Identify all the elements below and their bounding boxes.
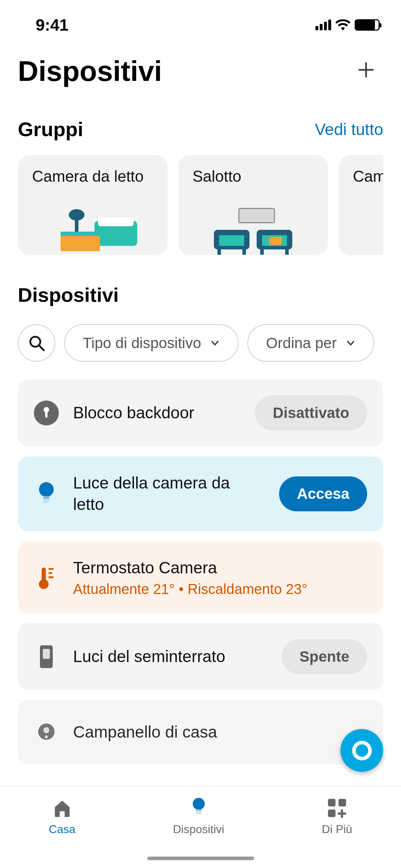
svg-line-17: [39, 345, 44, 350]
tab-label: Casa: [49, 823, 76, 836]
switch-icon: [34, 644, 59, 669]
svg-rect-3: [61, 232, 100, 236]
device-row-doorbell[interactable]: Campanello di casa: [18, 700, 383, 764]
device-label: Luci del seminterrato: [73, 646, 267, 667]
lock-icon: [34, 401, 59, 425]
svg-point-32: [45, 735, 48, 738]
svg-rect-24: [41, 568, 46, 583]
svg-rect-21: [43, 496, 49, 499]
svg-rect-35: [196, 812, 201, 814]
filter-label: Ordina per: [266, 335, 336, 352]
devices-section: Dispositivi Tipo di dispositivo Ordina p…: [0, 262, 401, 781]
svg-rect-13: [242, 249, 246, 255]
svg-rect-15: [285, 249, 289, 255]
device-type-filter[interactable]: Tipo di dispositivo: [64, 324, 238, 362]
device-sublabel: Attualmente 21° • Riscaldamento 23°: [73, 581, 367, 597]
tab-more[interactable]: Di Più: [322, 797, 352, 836]
device-row-bedroom-light[interactable]: Luce della camera da letto Accesa: [18, 456, 383, 531]
group-card-camera[interactable]: Camera: [339, 155, 383, 255]
tab-label: Dispositivi: [173, 823, 224, 836]
chevron-down-icon: [346, 338, 356, 348]
device-row-basement-lights[interactable]: Luci del seminterrato Spente: [18, 623, 383, 690]
svg-rect-36: [328, 799, 335, 806]
svg-rect-22: [43, 500, 49, 502]
groups-title: Gruppi: [18, 118, 83, 141]
wifi-icon: [335, 19, 350, 31]
device-label: Blocco backdoor: [73, 402, 241, 424]
groups-section: Gruppi Vedi tutto Camera da letto Salott…: [0, 103, 401, 262]
device-label: Luce della camera da letto: [73, 472, 265, 515]
home-indicator[interactable]: [147, 857, 254, 860]
svg-rect-37: [339, 799, 346, 806]
group-card-label: Camera da letto: [32, 167, 153, 185]
svg-rect-29: [43, 649, 50, 659]
device-row-thermostat[interactable]: Termostato Camera Attualmente 21° • Risc…: [18, 541, 383, 614]
tab-devices[interactable]: Dispositivi: [173, 797, 224, 836]
svg-rect-34: [196, 809, 201, 811]
bedroom-illustration-icon: [18, 201, 168, 255]
groups-see-all-link[interactable]: Vedi tutto: [315, 120, 383, 139]
bottom-tab-bar: Casa Dispositivi Di Più: [0, 786, 401, 868]
sort-by-filter[interactable]: Ordina per: [247, 324, 374, 362]
search-button[interactable]: [18, 324, 55, 362]
svg-point-5: [69, 209, 84, 221]
svg-rect-6: [239, 208, 274, 223]
tab-label: Di Più: [322, 823, 352, 836]
group-card-label: Salotto: [192, 167, 314, 185]
bulb-icon: [34, 481, 59, 506]
bulb-icon: [188, 797, 209, 818]
status-icons: [315, 19, 380, 31]
device-status-toggle[interactable]: Disattivato: [255, 396, 367, 430]
svg-rect-2: [61, 235, 100, 251]
doorbell-icon: [34, 720, 59, 745]
grid-plus-icon: [326, 797, 348, 818]
cellular-icon: [315, 20, 331, 30]
svg-rect-19: [45, 412, 48, 418]
device-status-toggle[interactable]: Accesa: [279, 476, 367, 511]
search-icon: [28, 335, 45, 352]
plus-icon: [356, 60, 376, 80]
filter-label: Tipo di dispositivo: [83, 335, 201, 352]
svg-rect-1: [98, 217, 134, 226]
svg-rect-12: [217, 249, 221, 255]
groups-row[interactable]: Camera da letto Salotto: [18, 155, 383, 255]
page-title: Dispositivi: [18, 55, 162, 88]
devices-title: Dispositivi: [18, 283, 383, 306]
page-header: Dispositivi: [0, 43, 401, 103]
device-label: Termostato Camera: [73, 557, 367, 579]
device-status-toggle[interactable]: Spente: [282, 639, 367, 674]
svg-rect-38: [328, 809, 335, 817]
filter-row: Tipo di dispositivo Ordina per: [18, 324, 383, 362]
svg-point-20: [39, 482, 53, 497]
group-card-living-room[interactable]: Salotto: [178, 155, 328, 255]
alexa-icon: [352, 741, 372, 760]
home-icon: [51, 797, 73, 818]
svg-rect-11: [269, 237, 282, 245]
device-label: Campanello di casa: [73, 722, 367, 743]
svg-point-33: [192, 798, 205, 810]
group-card-label: Camera: [353, 167, 383, 185]
status-bar: 9:41: [0, 0, 401, 43]
thermostat-icon: [34, 565, 59, 590]
status-time: 9:41: [36, 15, 68, 35]
device-row-lock[interactable]: Blocco backdoor Disattivato: [18, 379, 383, 446]
add-button[interactable]: [349, 53, 383, 89]
alexa-fab-button[interactable]: [340, 729, 383, 772]
tab-home[interactable]: Casa: [49, 797, 76, 836]
svg-rect-14: [260, 249, 264, 255]
svg-rect-8: [219, 235, 244, 246]
battery-icon: [355, 19, 380, 31]
chevron-down-icon: [210, 338, 220, 348]
svg-point-31: [43, 727, 50, 733]
living-room-illustration-icon: [178, 201, 328, 255]
group-card-bedroom[interactable]: Camera da letto: [18, 155, 168, 255]
